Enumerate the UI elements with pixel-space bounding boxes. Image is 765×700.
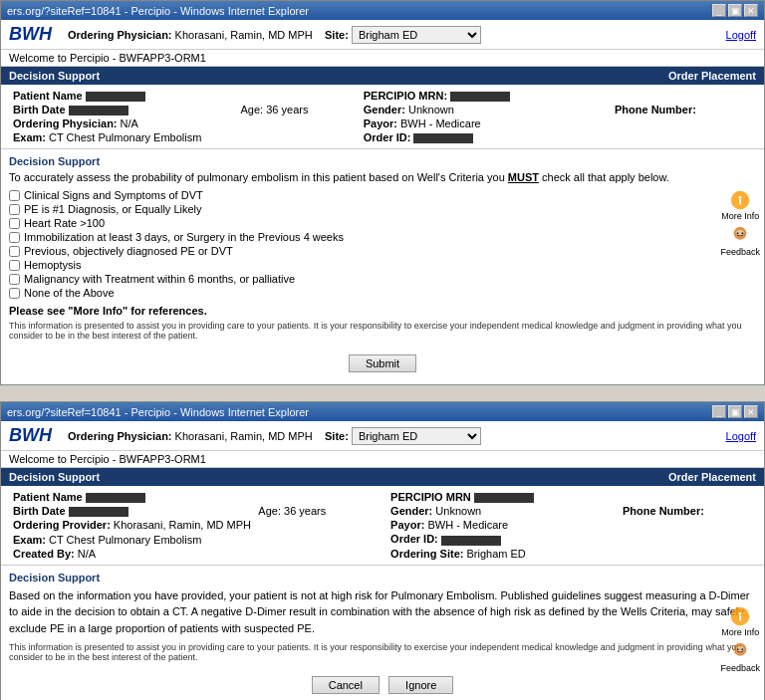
button-area-1: Submit xyxy=(9,349,756,378)
decision-intro-text-1: To accurately assess the probability of … xyxy=(9,171,505,183)
payor-label-1: Payor: xyxy=(364,117,397,129)
decision-support-title-2: Decision Support xyxy=(9,572,756,583)
ordering-physician-value-1: Khorasani, Ramin, MD MPH xyxy=(175,29,313,41)
more-info-label-1: More Info xyxy=(721,211,759,221)
section-bar-left-1: Decision Support xyxy=(9,70,100,82)
section-bar-1: Decision Support Order Placement xyxy=(1,67,764,85)
ordering-site-value-2: Brigham ED xyxy=(467,548,526,560)
birth-date-redact-1 xyxy=(69,106,128,116)
header-info-1: Ordering Physician: Khorasani, Ramin, MD… xyxy=(68,26,718,44)
submit-button-1[interactable]: Submit xyxy=(349,354,416,372)
minimize-btn-2[interactable]: _ xyxy=(712,405,726,418)
please-note-1: Please see "More Info" for references. xyxy=(9,305,756,317)
checkbox-item-5[interactable]: Hemoptysis xyxy=(9,259,756,271)
checkbox-malignancy[interactable] xyxy=(9,274,20,285)
minimize-btn-1[interactable]: _ xyxy=(712,4,726,17)
payor-label-2: Payor: xyxy=(390,519,424,531)
more-info-icon-2 xyxy=(729,605,751,627)
feedback-icon-2 xyxy=(729,641,751,663)
restore-btn-2[interactable]: ▣ xyxy=(728,405,742,418)
ignore-button-2[interactable]: Ignore xyxy=(388,676,453,694)
patient-info-table-2: Patient Name PERCIPIO MRN Birth Date Age… xyxy=(9,490,756,560)
exam-value-2: CT Chest Pulmonary Embolism xyxy=(49,534,201,546)
checkbox-hemoptysis[interactable] xyxy=(9,260,20,271)
site-select-1[interactable]: Brigham ED xyxy=(352,26,481,44)
order-id-redact-1 xyxy=(413,133,473,143)
checkbox-item-6[interactable]: Malignancy with Treatment within 6 month… xyxy=(9,273,756,285)
welcome-text-2: Welcome to Percipio - BWFAPP3-ORM1 xyxy=(9,453,206,465)
phone-label-1: Phone Number: xyxy=(615,104,696,116)
section-bar-right-2: Order Placement xyxy=(668,471,756,483)
app-header-1: BWH Ordering Physician: Khorasani, Ramin… xyxy=(1,20,764,50)
feedback-label-1: Feedback xyxy=(720,247,760,257)
window-1: ers.org/?siteRef=10841 - Percipio - Wind… xyxy=(0,0,765,385)
checkbox-dvt[interactable] xyxy=(9,190,20,201)
checkbox-item-7[interactable]: None of the Above xyxy=(9,287,756,299)
decision-must-text-1: MUST xyxy=(508,171,539,183)
svg-point-1 xyxy=(739,196,742,199)
decision-support-2: Decision Support Based on the informatio… xyxy=(1,566,764,700)
percipio-mrn-redact-1 xyxy=(450,92,510,102)
birth-date-label-2: Birth Date xyxy=(13,505,66,517)
decision-support-title-1: Decision Support xyxy=(9,155,756,167)
feedback-label-2: Feedback xyxy=(720,663,760,673)
checkbox-item-3[interactable]: Immobilization at least 3 days, or Surge… xyxy=(9,231,756,243)
close-btn-2[interactable]: ✕ xyxy=(744,405,758,418)
feedback-icon-1 xyxy=(729,225,751,247)
section-bar-2: Decision Support Order Placement xyxy=(1,468,764,486)
checkbox-item-0[interactable]: Clinical Signs and Symptoms of DVT xyxy=(9,189,756,201)
ordering-physician-label-1: Ordering Physician: xyxy=(68,29,172,41)
checkbox-pe-diagnosis[interactable] xyxy=(9,204,20,215)
patient-info-1: Patient Name PERCIPIO MRN: Birth Date Ag… xyxy=(1,85,764,149)
result-paragraph-2: Based on the information you have provid… xyxy=(9,589,750,634)
window-2: ers.org/?siteRef=10841 - Percipio - Wind… xyxy=(0,401,765,700)
exam-value-1: CT Chest Pulmonary Embolism xyxy=(49,131,201,143)
restore-btn-1[interactable]: ▣ xyxy=(728,4,742,17)
ordering-physician-row-label-1: Ordering Physician: xyxy=(13,117,118,129)
logoff-link-2[interactable]: Logoff xyxy=(726,430,756,442)
close-btn-1[interactable]: ✕ xyxy=(744,4,758,17)
checkbox-item-1[interactable]: PE is #1 Diagnosis, or Equally Likely xyxy=(9,203,756,215)
svg-point-5 xyxy=(742,233,744,235)
phone-label-2: Phone Number: xyxy=(623,505,704,517)
checkbox-none[interactable] xyxy=(9,288,20,299)
ordering-provider-label-2: Ordering Provider: xyxy=(13,519,111,531)
site-label-2: Site: xyxy=(325,430,349,442)
header-info-2: Ordering Physician: Khorasani, Ramin, MD… xyxy=(68,427,718,445)
percipio-mrn-label-1: PERCIPIO MRN: xyxy=(364,90,447,102)
svg-rect-8 xyxy=(739,615,741,621)
bwh-logo-1: BWH xyxy=(9,24,52,45)
ordering-provider-value-2: Khorasani, Ramin, MD MPH xyxy=(114,519,251,531)
patient-name-redact-1 xyxy=(86,92,145,102)
percipio-mrn-redact-2 xyxy=(474,493,534,503)
site-select-2[interactable]: Brigham ED xyxy=(352,427,481,445)
feedback-box-2[interactable]: Feedback xyxy=(720,641,760,673)
svg-point-7 xyxy=(739,611,742,614)
logoff-link-1[interactable]: Logoff xyxy=(726,29,756,41)
checkbox-item-2[interactable]: Heart Rate >100 xyxy=(9,217,756,229)
result-text-2: Based on the information you have provid… xyxy=(9,587,756,637)
cancel-button-2[interactable]: Cancel xyxy=(312,676,380,694)
checkbox-immobilization[interactable] xyxy=(9,232,20,243)
feedback-box-1[interactable]: Feedback xyxy=(720,225,760,257)
section-bar-right-1: Order Placement xyxy=(668,70,756,82)
disclaimer-2: This information is presented to assist … xyxy=(9,642,756,662)
checkbox-heart-rate[interactable] xyxy=(9,218,20,229)
gender-value-2: Unknown xyxy=(435,505,481,517)
bwh-logo-2: BWH xyxy=(9,425,52,446)
order-id-label-2: Order ID: xyxy=(390,533,438,545)
age-1: Age: 36 years xyxy=(241,104,309,116)
patient-name-redact-2 xyxy=(86,493,145,503)
more-info-box-2[interactable]: More Info xyxy=(721,605,759,637)
title-bar-text-1: ers.org/?siteRef=10841 - Percipio - Wind… xyxy=(7,5,309,17)
checkbox-item-4[interactable]: Previous, objectively diagnosed PE or DV… xyxy=(9,245,756,257)
patient-info-2: Patient Name PERCIPIO MRN Birth Date Age… xyxy=(1,486,764,565)
title-bar-2: ers.org/?siteRef=10841 - Percipio - Wind… xyxy=(1,402,764,421)
svg-point-11 xyxy=(742,648,744,650)
exam-label-2: Exam: xyxy=(13,534,46,546)
gender-label-1: Gender: xyxy=(364,104,405,116)
title-bar-buttons-1: _ ▣ ✕ xyxy=(712,4,758,17)
checkbox-previous-pe[interactable] xyxy=(9,246,20,257)
side-panel-1: More Info Feedback xyxy=(720,189,760,257)
more-info-box-1[interactable]: More Info xyxy=(721,189,759,221)
